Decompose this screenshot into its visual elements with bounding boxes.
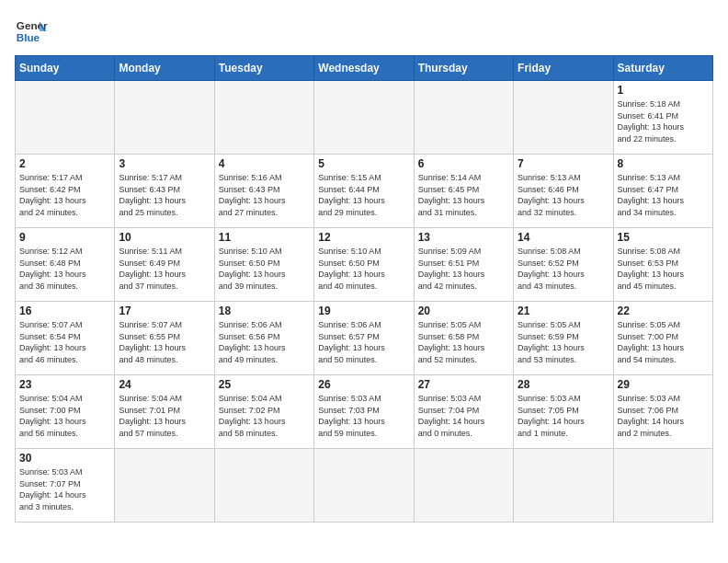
day-number: 15: [618, 231, 709, 244]
calendar-cell: [115, 81, 214, 155]
day-info: Sunrise: 5:13 AM Sunset: 6:46 PM Dayligh…: [518, 172, 609, 218]
calendar-cell: 25Sunrise: 5:04 AM Sunset: 7:02 PM Dayli…: [214, 375, 313, 449]
calendar-cell: 30Sunrise: 5:03 AM Sunset: 7:07 PM Dayli…: [16, 449, 115, 523]
calendar-cell: 26Sunrise: 5:03 AM Sunset: 7:03 PM Dayli…: [314, 375, 414, 449]
day-info: Sunrise: 5:04 AM Sunset: 7:01 PM Dayligh…: [119, 393, 210, 439]
day-info: Sunrise: 5:07 AM Sunset: 6:55 PM Dayligh…: [119, 319, 210, 365]
day-info: Sunrise: 5:05 AM Sunset: 7:00 PM Dayligh…: [618, 319, 709, 365]
calendar-cell: 10Sunrise: 5:11 AM Sunset: 6:49 PM Dayli…: [115, 228, 214, 302]
day-number: 28: [518, 378, 609, 391]
day-number: 12: [318, 231, 409, 244]
day-number: 30: [19, 452, 110, 465]
day-info: Sunrise: 5:08 AM Sunset: 6:52 PM Dayligh…: [518, 246, 609, 292]
calendar-cell: 24Sunrise: 5:04 AM Sunset: 7:01 PM Dayli…: [115, 375, 214, 449]
calendar-cell: 15Sunrise: 5:08 AM Sunset: 6:53 PM Dayli…: [613, 228, 712, 302]
day-info: Sunrise: 5:12 AM Sunset: 6:48 PM Dayligh…: [19, 246, 110, 292]
day-number: 25: [219, 378, 310, 391]
day-info: Sunrise: 5:03 AM Sunset: 7:07 PM Dayligh…: [19, 466, 110, 512]
day-info: Sunrise: 5:17 AM Sunset: 6:43 PM Dayligh…: [119, 172, 210, 218]
calendar-cell: [314, 81, 414, 155]
calendar-cell: 7Sunrise: 5:13 AM Sunset: 6:46 PM Daylig…: [514, 155, 613, 228]
day-info: Sunrise: 5:10 AM Sunset: 6:50 PM Dayligh…: [219, 246, 310, 292]
week-row-4: 16Sunrise: 5:07 AM Sunset: 6:54 PM Dayli…: [16, 302, 713, 375]
calendar-cell: [214, 449, 313, 523]
calendar-cell: 28Sunrise: 5:03 AM Sunset: 7:05 PM Dayli…: [514, 375, 613, 449]
calendar-cell: 1Sunrise: 5:18 AM Sunset: 6:41 PM Daylig…: [613, 81, 712, 155]
day-number: 6: [418, 157, 509, 170]
day-number: 10: [119, 231, 210, 244]
day-number: 11: [219, 231, 310, 244]
calendar-cell: [414, 81, 513, 155]
day-info: Sunrise: 5:04 AM Sunset: 7:02 PM Dayligh…: [219, 393, 310, 439]
day-number: 4: [219, 157, 310, 170]
day-number: 17: [119, 304, 210, 317]
day-number: 20: [418, 304, 509, 317]
calendar-cell: [16, 81, 115, 155]
weekday-header-monday: Monday: [115, 56, 214, 81]
day-info: Sunrise: 5:11 AM Sunset: 6:49 PM Dayligh…: [119, 246, 210, 292]
day-info: Sunrise: 5:03 AM Sunset: 7:04 PM Dayligh…: [418, 393, 509, 439]
calendar-cell: [514, 449, 613, 523]
calendar-cell: 29Sunrise: 5:03 AM Sunset: 7:06 PM Dayli…: [613, 375, 712, 449]
day-info: Sunrise: 5:06 AM Sunset: 6:56 PM Dayligh…: [219, 319, 310, 365]
day-number: 23: [19, 378, 110, 391]
day-info: Sunrise: 5:05 AM Sunset: 6:59 PM Dayligh…: [518, 319, 609, 365]
day-info: Sunrise: 5:09 AM Sunset: 6:51 PM Dayligh…: [418, 246, 509, 292]
calendar-cell: [514, 81, 613, 155]
calendar-cell: 12Sunrise: 5:10 AM Sunset: 6:50 PM Dayli…: [314, 228, 414, 302]
day-number: 13: [418, 231, 509, 244]
calendar-cell: 21Sunrise: 5:05 AM Sunset: 6:59 PM Dayli…: [514, 302, 613, 375]
day-info: Sunrise: 5:03 AM Sunset: 7:03 PM Dayligh…: [318, 393, 409, 439]
calendar-cell: 13Sunrise: 5:09 AM Sunset: 6:51 PM Dayli…: [414, 228, 513, 302]
day-number: 22: [618, 304, 709, 317]
day-number: 7: [518, 157, 609, 170]
calendar-cell: 27Sunrise: 5:03 AM Sunset: 7:04 PM Dayli…: [414, 375, 513, 449]
calendar-cell: 23Sunrise: 5:04 AM Sunset: 7:00 PM Dayli…: [16, 375, 115, 449]
day-info: Sunrise: 5:04 AM Sunset: 7:00 PM Dayligh…: [19, 393, 110, 439]
week-row-5: 23Sunrise: 5:04 AM Sunset: 7:00 PM Dayli…: [16, 375, 713, 449]
day-number: 3: [119, 157, 210, 170]
calendar-cell: [414, 449, 513, 523]
weekday-header-tuesday: Tuesday: [214, 56, 313, 81]
calendar-cell: 19Sunrise: 5:06 AM Sunset: 6:57 PM Dayli…: [314, 302, 414, 375]
week-row-3: 9Sunrise: 5:12 AM Sunset: 6:48 PM Daylig…: [16, 228, 713, 302]
day-number: 29: [618, 378, 709, 391]
day-info: Sunrise: 5:07 AM Sunset: 6:54 PM Dayligh…: [19, 319, 110, 365]
day-number: 24: [119, 378, 210, 391]
calendar-cell: 4Sunrise: 5:16 AM Sunset: 6:43 PM Daylig…: [214, 155, 313, 228]
week-row-2: 2Sunrise: 5:17 AM Sunset: 6:42 PM Daylig…: [16, 155, 713, 228]
weekday-header-row: SundayMondayTuesdayWednesdayThursdayFrid…: [16, 56, 713, 81]
day-number: 26: [318, 378, 409, 391]
day-number: 27: [418, 378, 509, 391]
calendar-cell: 16Sunrise: 5:07 AM Sunset: 6:54 PM Dayli…: [16, 302, 115, 375]
calendar-table: SundayMondayTuesdayWednesdayThursdayFrid…: [15, 55, 713, 523]
day-number: 21: [518, 304, 609, 317]
calendar-cell: 14Sunrise: 5:08 AM Sunset: 6:52 PM Dayli…: [514, 228, 613, 302]
calendar-cell: [115, 449, 214, 523]
week-row-6: 30Sunrise: 5:03 AM Sunset: 7:07 PM Dayli…: [16, 449, 713, 523]
calendar-cell: [214, 81, 313, 155]
day-info: Sunrise: 5:14 AM Sunset: 6:45 PM Dayligh…: [418, 172, 509, 218]
day-info: Sunrise: 5:16 AM Sunset: 6:43 PM Dayligh…: [219, 172, 310, 218]
weekday-header-saturday: Saturday: [613, 56, 712, 81]
calendar-cell: [314, 449, 414, 523]
day-info: Sunrise: 5:18 AM Sunset: 6:41 PM Dayligh…: [618, 98, 709, 144]
calendar-cell: 11Sunrise: 5:10 AM Sunset: 6:50 PM Dayli…: [214, 228, 313, 302]
day-info: Sunrise: 5:15 AM Sunset: 6:44 PM Dayligh…: [318, 172, 409, 218]
calendar-cell: 3Sunrise: 5:17 AM Sunset: 6:43 PM Daylig…: [115, 155, 214, 228]
day-number: 14: [518, 231, 609, 244]
svg-text:Blue: Blue: [17, 31, 40, 43]
day-info: Sunrise: 5:03 AM Sunset: 7:05 PM Dayligh…: [518, 393, 609, 439]
day-number: 1: [618, 84, 709, 97]
day-number: 9: [19, 231, 110, 244]
logo: General Blue: [15, 15, 48, 48]
weekday-header-friday: Friday: [514, 56, 613, 81]
weekday-header-sunday: Sunday: [16, 56, 115, 81]
day-number: 8: [618, 157, 709, 170]
day-info: Sunrise: 5:05 AM Sunset: 6:58 PM Dayligh…: [418, 319, 509, 365]
calendar-cell: 8Sunrise: 5:13 AM Sunset: 6:47 PM Daylig…: [613, 155, 712, 228]
calendar-cell: 5Sunrise: 5:15 AM Sunset: 6:44 PM Daylig…: [314, 155, 414, 228]
calendar-cell: 20Sunrise: 5:05 AM Sunset: 6:58 PM Dayli…: [414, 302, 513, 375]
calendar-cell: 9Sunrise: 5:12 AM Sunset: 6:48 PM Daylig…: [16, 228, 115, 302]
day-info: Sunrise: 5:03 AM Sunset: 7:06 PM Dayligh…: [618, 393, 709, 439]
